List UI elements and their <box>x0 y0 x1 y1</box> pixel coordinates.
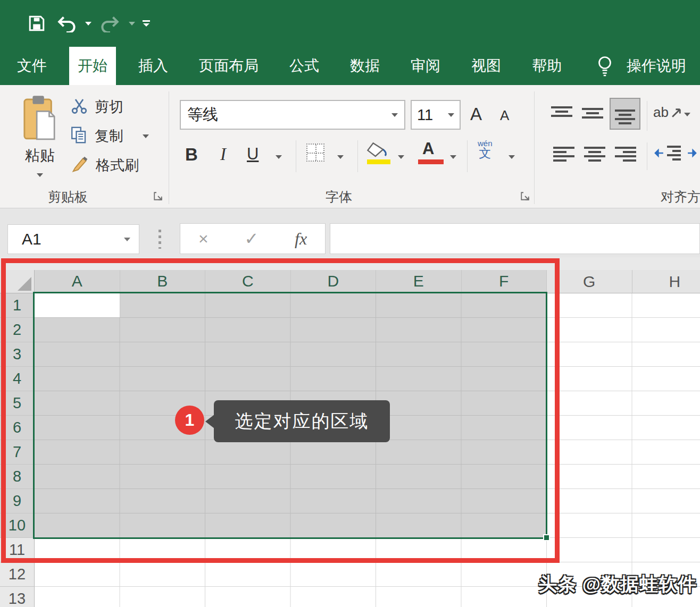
fill-color-dropdown-icon[interactable] <box>398 155 404 159</box>
column-header-H[interactable]: H <box>632 270 700 293</box>
name-box-value: A1 <box>22 230 124 248</box>
redo-dropdown-icon[interactable] <box>129 22 135 26</box>
row-header-6[interactable]: 6 <box>0 416 35 440</box>
undo-icon[interactable] <box>55 12 78 35</box>
tab-视图[interactable]: 视图 <box>463 47 510 85</box>
row-header-4[interactable]: 4 <box>0 367 35 391</box>
lightbulb-icon[interactable] <box>597 47 613 85</box>
tab-插入[interactable]: 插入 <box>130 47 177 85</box>
formula-input[interactable] <box>330 223 700 254</box>
clipboard-dialog-launcher-icon[interactable] <box>153 191 163 201</box>
paste-button[interactable]: 粘贴 <box>19 95 61 174</box>
title-bar <box>0 0 700 47</box>
row-header-5[interactable]: 5 <box>0 391 35 416</box>
row-header-2[interactable]: 2 <box>0 318 35 342</box>
row-header-13[interactable]: 13 <box>0 587 35 607</box>
middle-align-button[interactable] <box>582 106 603 120</box>
font-size-select[interactable]: 11 <box>411 100 461 130</box>
tab-操作说明[interactable]: 操作说明 <box>618 47 695 85</box>
column-header-F[interactable]: F <box>462 270 547 293</box>
quick-access-toolbar <box>26 10 150 37</box>
copy-button[interactable]: 复制 <box>69 125 149 147</box>
tab-公式[interactable]: 公式 <box>281 47 328 85</box>
row-header-9[interactable]: 9 <box>0 489 35 513</box>
format-painter-button[interactable]: 格式刷 <box>71 155 139 175</box>
align-right-icon <box>615 147 636 162</box>
row-header-3[interactable]: 3 <box>0 342 35 367</box>
decrease-indent-button[interactable] <box>653 146 681 161</box>
copy-dropdown-icon[interactable] <box>143 134 149 138</box>
orientation-dropdown-icon[interactable] <box>684 113 690 116</box>
font-name-select[interactable]: 等线 <box>180 100 405 130</box>
bottom-align-button[interactable] <box>610 98 640 130</box>
increase-indent-button[interactable] <box>686 146 700 161</box>
undo-dropdown-icon[interactable] <box>85 22 91 26</box>
align-center-icon <box>584 147 605 162</box>
font-name-dropdown-icon[interactable] <box>391 113 398 117</box>
redo-icon[interactable] <box>99 12 121 35</box>
borders-dropdown-icon[interactable] <box>337 155 344 159</box>
annotation-step-badge: 1 <box>175 406 204 435</box>
column-header-D[interactable]: D <box>291 270 377 293</box>
column-header-G[interactable]: G <box>547 270 632 293</box>
name-box-dropdown-icon[interactable] <box>124 238 130 241</box>
row-header-12[interactable]: 12 <box>0 562 35 587</box>
phonetic-guide-button[interactable]: wén 文 <box>478 139 493 159</box>
decrease-font-size-button[interactable]: A <box>500 107 509 124</box>
enter-icon[interactable]: ✓ <box>244 229 259 249</box>
fill-color-button[interactable] <box>366 141 389 161</box>
increase-font-size-button[interactable]: A <box>470 104 482 124</box>
clipboard-group-label: 剪贴板 <box>48 188 88 206</box>
row-header-1[interactable]: 1 <box>0 293 35 318</box>
active-cell-a1[interactable] <box>35 293 120 317</box>
borders-button[interactable] <box>306 144 324 162</box>
align-left-button[interactable] <box>553 147 574 162</box>
row-header-11[interactable]: 11 <box>0 538 35 562</box>
alignment-group-label: 对齐方式 <box>661 188 700 206</box>
row-header-10[interactable]: 10 <box>0 513 35 538</box>
save-icon[interactable] <box>26 12 48 35</box>
cut-button[interactable]: 剪切 <box>70 97 123 117</box>
formula-bar-resize-handle[interactable] <box>159 230 161 249</box>
fill-handle[interactable] <box>543 534 550 541</box>
cancel-icon[interactable]: × <box>198 229 209 249</box>
insert-function-icon[interactable]: fx <box>295 229 307 249</box>
align-center-button[interactable] <box>584 147 605 162</box>
tab-帮助[interactable]: 帮助 <box>523 47 570 85</box>
font-dialog-launcher-icon[interactable] <box>520 191 530 201</box>
tab-页面布局[interactable]: 页面布局 <box>190 47 267 85</box>
phonetic-dropdown-icon[interactable] <box>509 155 515 159</box>
orientation-button[interactable]: ab <box>653 104 682 121</box>
underline-button[interactable]: U <box>247 145 259 164</box>
font-color-dropdown-icon[interactable] <box>450 155 456 159</box>
column-header-B[interactable]: B <box>120 270 206 293</box>
column-header-A[interactable]: A <box>35 270 120 293</box>
select-all-button[interactable] <box>0 270 35 293</box>
align-left-icon <box>553 147 574 162</box>
formula-buttons: × ✓ fx <box>180 223 326 254</box>
bold-button[interactable]: B <box>185 145 198 165</box>
font-color-button[interactable]: A <box>422 139 434 158</box>
paste-icon <box>22 95 57 144</box>
tab-文件[interactable]: 文件 <box>9 47 55 85</box>
column-header-E[interactable]: E <box>376 270 462 293</box>
align-right-button[interactable] <box>615 147 636 162</box>
font-size-dropdown-icon[interactable] <box>448 113 454 117</box>
underline-dropdown-icon[interactable] <box>276 155 282 159</box>
font-group-label: 字体 <box>326 188 352 206</box>
tab-数据[interactable]: 数据 <box>341 47 388 85</box>
row-header-7[interactable]: 7 <box>0 440 35 465</box>
orientation-arrow-icon <box>671 107 682 119</box>
watermark: 头条 @数据蛙软件 <box>538 572 697 597</box>
tab-审阅[interactable]: 审阅 <box>402 47 449 85</box>
italic-button[interactable]: I <box>220 145 226 164</box>
top-align-button[interactable] <box>551 106 572 120</box>
ribbon: 粘贴 剪切 复制 格式刷 剪贴板 <box>0 85 700 208</box>
customize-quick-access-icon[interactable] <box>143 20 150 27</box>
font-color-bar <box>418 159 444 164</box>
name-box[interactable]: A1 <box>7 224 139 254</box>
column-header-C[interactable]: C <box>205 270 291 293</box>
row-header-8[interactable]: 8 <box>0 465 35 489</box>
paste-dropdown-icon[interactable] <box>37 173 43 177</box>
tab-开始[interactable]: 开始 <box>69 47 116 85</box>
